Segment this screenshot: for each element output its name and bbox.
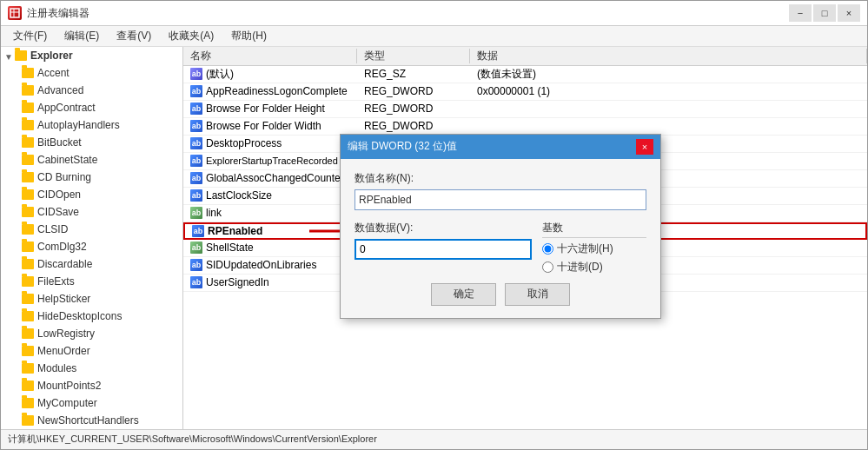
table-row[interactable]: ab AppReadinessLogonComplete REG_DWORD 0… [183, 83, 867, 101]
row-name: ab LastClockSize [183, 189, 357, 202]
menu-help[interactable]: 帮助(H) [224, 27, 274, 45]
row-name: ab link [183, 207, 357, 219]
tree-item-cdburning[interactable]: CD Burning [1, 169, 182, 186]
reg-binary-icon: ab [190, 207, 202, 219]
row-name: ab Browse For Folder Height [183, 103, 357, 115]
folder-icon [22, 155, 34, 165]
window-title: 注册表编辑器 [27, 6, 89, 21]
menu-view[interactable]: 查看(V) [109, 27, 158, 45]
tree-root-label: Explorer [30, 50, 73, 62]
row-data: 0x00000001 (1) [470, 85, 867, 97]
col-name: 名称 [183, 49, 357, 63]
folder-icon [22, 311, 34, 321]
tree-item-cidsave[interactable]: CIDSave [1, 203, 182, 221]
tree-item-label: FileExts [37, 275, 75, 288]
tree-item-label: LowRegistry [37, 328, 95, 340]
folder-icon [22, 294, 34, 304]
reg-dword-icon: ab [190, 120, 202, 132]
row-name: ab ExplorerStartupTraceRecorded [183, 155, 357, 167]
menu-bar: 文件(F) 编辑(E) 查看(V) 收藏夹(A) 帮助(H) [1, 26, 867, 46]
menu-file[interactable]: 文件(F) [6, 27, 54, 45]
reg-dword-icon: ab [192, 225, 204, 237]
folder-icon [22, 172, 34, 182]
hex-radio-item[interactable]: 十六进制(H) [542, 242, 646, 256]
main-area: ▼ Explorer Accent Advanced AppContract A… [1, 47, 867, 429]
row-name: ab GlobalAssocChangedCounter [183, 172, 357, 184]
tree-item-helpsticker[interactable]: HelpSticker [1, 290, 182, 308]
table-row[interactable]: ab Browse For Folder Height REG_DWORD [183, 101, 867, 118]
tree-item-lowregistry[interactable]: LowRegistry [1, 325, 182, 342]
tree-item-label: MenuOrder [37, 345, 90, 357]
tree-item-bitbucket[interactable]: BitBucket [1, 134, 182, 151]
row-type: REG_DWORD [357, 103, 470, 115]
menu-edit[interactable]: 编辑(E) [57, 27, 106, 45]
table-row[interactable]: ab Browse For Folder Width REG_DWORD [183, 118, 867, 136]
hex-radio[interactable] [542, 243, 553, 255]
tree-item-clsid[interactable]: CLSID [1, 221, 182, 238]
window: 注册表编辑器 − □ × 文件(F) 编辑(E) 查看(V) 收藏夹(A) 帮助… [0, 0, 868, 450]
tree-item-menuorder[interactable]: MenuOrder [1, 342, 182, 360]
folder-icon [22, 120, 34, 130]
folder-icon [22, 137, 34, 148]
tree-item-cidopen[interactable]: CIDOpen [1, 186, 182, 203]
tree-item-discardable[interactable]: Discardable [1, 255, 182, 273]
tree-item-mycomputer[interactable]: MyComputer [1, 394, 182, 412]
tree-item-label: CIDSave [37, 206, 79, 218]
tree-item-label: Modules [37, 362, 76, 374]
right-panel: 名称 类型 数据 ab (默认) REG_SZ (数值未设置) ab [183, 47, 867, 429]
folder-icon [22, 189, 34, 200]
dialog-name-input[interactable] [354, 189, 646, 210]
ok-button[interactable]: 确定 [431, 283, 496, 306]
minimize-button[interactable]: − [789, 4, 812, 22]
title-bar: 注册表编辑器 − □ × [1, 1, 867, 26]
tree-item-comdlg32[interactable]: ComDlg32 [1, 238, 182, 255]
tree-item-hidedesktop[interactable]: HideDesktopIcons [1, 308, 182, 325]
tree-item-label: Discardable [37, 258, 92, 270]
tree-item-newshortcut[interactable]: NewShortcutHandlers [1, 412, 182, 429]
dec-radio-item[interactable]: 十进制(D) [542, 260, 646, 275]
cancel-button[interactable]: 取消 [505, 283, 570, 306]
tree-item-fileexts[interactable]: FileExts [1, 273, 182, 290]
tree-item-label: CabinetState [37, 154, 97, 166]
table-header: 名称 类型 数据 [183, 47, 867, 66]
dec-label: 十进制(D) [557, 260, 603, 275]
dialog-close-button[interactable]: × [636, 139, 653, 155]
folder-icon [22, 207, 34, 217]
tree-item-label: NewShortcutHandlers [37, 414, 139, 427]
tree-item-label: AutoplayHandlers [37, 119, 120, 131]
reg-dword-icon: ab [190, 85, 202, 97]
tree-item-accent[interactable]: Accent [1, 64, 182, 82]
dialog-base-group: 基数 十六进制(H) 十进制(D) [542, 221, 646, 278]
folder-icon [22, 224, 34, 235]
tree-item-label: Advanced [37, 84, 83, 96]
reg-sz-icon: ab [190, 68, 202, 80]
maximize-button[interactable]: □ [813, 4, 836, 22]
dialog-body: 数值名称(N): 数值数据(V): 基数 十六进制 [341, 159, 660, 318]
tree-item-cabinetstate[interactable]: CabinetState [1, 151, 182, 169]
folder-icon [22, 242, 34, 252]
row-type: REG_DWORD [357, 120, 470, 132]
tree-item-mountpoints2[interactable]: MountPoints2 [1, 377, 182, 394]
edit-dword-dialog: 编辑 DWORD (32 位)值 × 数值名称(N): 数值数据(V): [340, 134, 661, 319]
dec-radio[interactable] [542, 261, 553, 273]
tree-item-autoplay[interactable]: AutoplayHandlers [1, 116, 182, 134]
status-path: 计算机\HKEY_CURRENT_USER\Software\Microsoft… [8, 433, 377, 446]
window-close-button[interactable]: × [838, 4, 860, 22]
col-type: 类型 [357, 49, 470, 63]
row-type: REG_SZ [357, 68, 470, 80]
folder-icon [22, 346, 34, 356]
tree-item-label: AppContract [37, 102, 96, 114]
tree-item-appcontract[interactable]: AppContract [1, 99, 182, 116]
tree-item-label: CLSID [37, 223, 68, 235]
tree-item-modules[interactable]: Modules [1, 360, 182, 377]
tree-panel[interactable]: ▼ Explorer Accent Advanced AppContract A… [1, 47, 183, 429]
row-name: ab SIDUpdatedOnLibraries [183, 259, 357, 271]
tree-item-advanced[interactable]: Advanced [1, 82, 182, 99]
reg-dword-icon: ab [190, 103, 202, 115]
menu-favorites[interactable]: 收藏夹(A) [162, 27, 221, 45]
table-row[interactable]: ab (默认) REG_SZ (数值未设置) [183, 66, 867, 83]
tree-root[interactable]: ▼ Explorer [1, 47, 182, 64]
tree-item-label: MyComputer [37, 397, 97, 409]
reg-dword-icon: ab [190, 259, 202, 271]
dialog-data-input[interactable] [354, 239, 532, 260]
